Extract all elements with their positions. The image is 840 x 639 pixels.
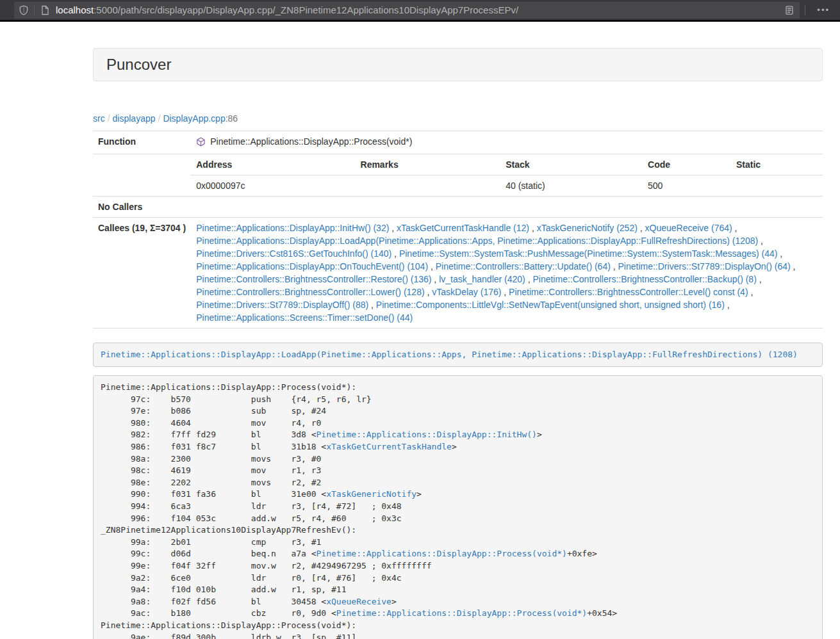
shield-icon[interactable]: [19, 5, 29, 15]
callee-link[interactable]: Pinetime::Drivers::St7789::DisplayOff() …: [196, 300, 368, 310]
breadcrumb-separator: /: [105, 113, 113, 124]
callers-cell: [191, 196, 823, 217]
callee-link[interactable]: xTaskGetCurrentTaskHandle (12): [397, 223, 529, 233]
callees-list: Pinetime::Applications::DisplayApp::Init…: [191, 217, 823, 328]
callee-link[interactable]: Pinetime::Drivers::Cst816S::GetTouchInfo…: [196, 248, 391, 259]
menu-icon[interactable]: •••: [811, 2, 836, 19]
breadcrumb: src/displayapp/DisplayApp.cpp:86: [93, 113, 823, 124]
url-host: localhost: [56, 4, 94, 15]
stats-value: 40 (static): [500, 175, 643, 196]
page-content: Puncover src/displayapp/DisplayApp.cpp:8…: [93, 48, 823, 639]
stats-table-cell: AddressRemarksStackCodeStatic 0x0000097c…: [191, 154, 823, 196]
function-label: Function: [93, 131, 191, 154]
reader-mode-icon[interactable]: [784, 5, 795, 15]
stats-header-row: AddressRemarksStackCodeStatic: [191, 154, 823, 175]
asm-symbol-link[interactable]: Pinetime::Applications::DisplayApp::Proc…: [336, 608, 587, 618]
callee-link[interactable]: Pinetime::Applications::DisplayApp::Load…: [196, 236, 758, 246]
callee-link[interactable]: Pinetime::Controllers::BrightnessControl…: [532, 274, 756, 284]
url-text[interactable]: localhost:5000/path/src/displayapp/Displ…: [56, 4, 784, 15]
asm-symbol-link[interactable]: xTaskGetCurrentTaskHandle: [326, 442, 452, 451]
callees-row: Callees (19, Σ=3704 ) Pinetime::Applicat…: [93, 217, 823, 328]
callee-link[interactable]: Pinetime::System::SystemTask::PushMessag…: [399, 248, 778, 259]
stats-value: 0x0000097c: [191, 175, 355, 196]
function-name-cell: Pinetime::Applications::DisplayApp::Proc…: [191, 131, 823, 154]
cube-icon: [196, 137, 206, 147]
breadcrumb-link-displayapp[interactable]: displayapp: [113, 113, 156, 124]
function-row: Function Pinetime::Applications::Display…: [93, 131, 823, 154]
stats-value-row: 0x0000097c40 (static)500: [191, 175, 823, 196]
callee-link[interactable]: Pinetime::Controllers::Battery::Update()…: [436, 261, 611, 271]
page-title: Puncover: [106, 56, 809, 73]
breadcrumb-line-number: :86: [226, 113, 238, 124]
app-header: Puncover: [93, 48, 823, 81]
browser-toolbar: localhost:5000/path/src/displayapp/Displ…: [0, 0, 840, 22]
callees-label: Callees (19, Σ=3704 ): [93, 217, 191, 328]
stats-header: Address: [191, 154, 355, 175]
callee-link[interactable]: Pinetime::Components::LittleVgl::SetNewT…: [376, 300, 725, 310]
function-stats-row: AddressRemarksStackCodeStatic 0x0000097c…: [93, 154, 823, 196]
stats-table: AddressRemarksStackCodeStatic 0x0000097c…: [191, 154, 823, 196]
disassembly-block: Pinetime::Applications::DisplayApp::Proc…: [93, 375, 823, 639]
toolbar-divider: [805, 5, 805, 15]
breadcrumb-link-src[interactable]: src: [93, 113, 105, 124]
function-table: Function Pinetime::Applications::Display…: [93, 131, 823, 328]
stats-header: Stack: [500, 154, 643, 175]
callee-link[interactable]: Pinetime::Controllers::BrightnessControl…: [196, 287, 424, 297]
stats-header: Remarks: [356, 154, 501, 175]
highlighted-callee-block: Pinetime::Applications::DisplayApp::Load…: [93, 343, 823, 368]
toolbar-divider: [34, 5, 35, 15]
callee-link[interactable]: Pinetime::Drivers::St7789::DisplayOn() (…: [618, 261, 791, 271]
callee-link[interactable]: vTaskDelay (176): [432, 287, 501, 297]
page-info-icon[interactable]: [40, 5, 50, 15]
callers-row: No Callers: [93, 196, 823, 217]
asm-symbol-link[interactable]: xTaskGenericNotify: [326, 489, 416, 499]
callee-link[interactable]: Pinetime::Controllers::BrightnessControl…: [196, 274, 431, 284]
callee-link[interactable]: lv_task_handler (420): [439, 274, 525, 284]
breadcrumb-separator: /: [156, 113, 163, 124]
function-signature: Pinetime::Applications::DisplayApp::Proc…: [210, 135, 412, 148]
asm-symbol-link[interactable]: xQueueReceive: [326, 597, 391, 606]
callee-link[interactable]: xQueueReceive (764): [645, 223, 732, 233]
stats-value: 500: [643, 175, 731, 196]
asm-symbol-link[interactable]: Pinetime::Applications::DisplayApp::Proc…: [317, 549, 567, 558]
url-bar[interactable]: localhost:5000/path/src/displayapp/Displ…: [14, 2, 800, 19]
callee-link[interactable]: Pinetime::Applications::DisplayApp::OnTo…: [196, 261, 428, 271]
callee-link[interactable]: Pinetime::Applications::Screens::Timer::…: [196, 312, 413, 323]
stats-header: Code: [643, 154, 731, 175]
callee-link[interactable]: Pinetime::Applications::DisplayApp::Init…: [196, 223, 389, 233]
stats-header: Static: [731, 154, 823, 175]
empty-cell: [93, 154, 191, 196]
stats-value: [356, 175, 501, 196]
url-path: :5000/path/src/displayapp/DisplayApp.cpp…: [94, 4, 518, 15]
callee-link[interactable]: Pinetime::Controllers::BrightnessControl…: [509, 287, 748, 297]
breadcrumb-link-file[interactable]: DisplayApp.cpp: [163, 113, 225, 124]
stats-value: [731, 175, 823, 196]
callee-link[interactable]: xTaskGenericNotify (252): [537, 223, 638, 233]
asm-symbol-link[interactable]: Pinetime::Applications::DisplayApp::Init…: [317, 430, 537, 439]
highlighted-callee-link[interactable]: Pinetime::Applications::DisplayApp::Load…: [101, 350, 798, 359]
no-callers-label: No Callers: [93, 196, 191, 217]
